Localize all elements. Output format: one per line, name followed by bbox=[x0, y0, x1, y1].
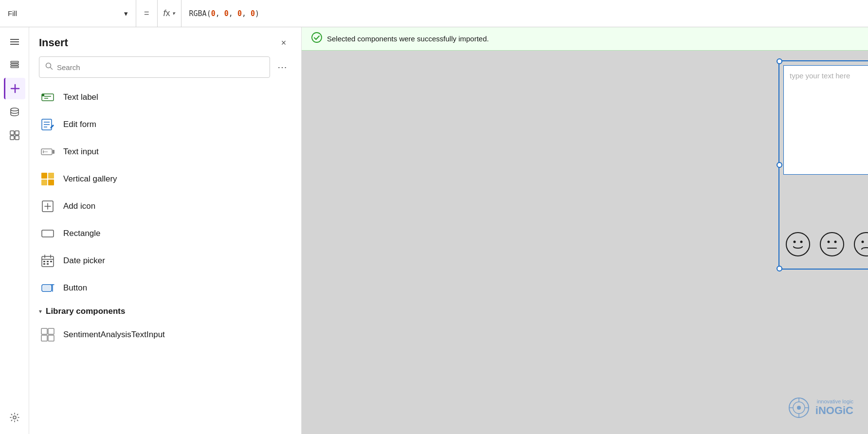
sentiment-label: SentimentAnalysisTextInput bbox=[63, 330, 165, 340]
svg-point-57 bbox=[820, 233, 844, 256]
svg-rect-51 bbox=[41, 335, 47, 341]
property-label: Fill bbox=[8, 9, 17, 18]
date-picker-label: Date picker bbox=[63, 256, 105, 266]
sidebar-item-add[interactable] bbox=[4, 78, 25, 99]
rectangle-label: Rectangle bbox=[63, 229, 101, 238]
search-more-button[interactable]: ⋯ bbox=[274, 58, 291, 76]
insert-item-rectangle[interactable]: Rectangle bbox=[33, 220, 297, 247]
canvas-content[interactable]: type your text here bbox=[302, 51, 868, 434]
emoji-neutral[interactable] bbox=[817, 230, 847, 259]
search-box[interactable] bbox=[39, 56, 270, 78]
text-label-icon bbox=[39, 89, 56, 106]
formula-val2: 0 bbox=[224, 9, 229, 18]
sidebar-item-screens[interactable] bbox=[4, 125, 25, 146]
sentiment-icon bbox=[39, 326, 56, 344]
sidebar-item-layers[interactable] bbox=[4, 54, 25, 76]
date-picker-icon bbox=[39, 252, 56, 270]
insert-item-text-input[interactable]: Text input bbox=[33, 138, 297, 165]
svg-rect-35 bbox=[42, 230, 54, 237]
fx-chevron: ▾ bbox=[172, 10, 175, 17]
formula-fx-button[interactable]: fx ▾ bbox=[158, 0, 181, 27]
search-icon bbox=[45, 62, 53, 72]
svg-point-8 bbox=[11, 108, 18, 111]
svg-rect-29 bbox=[48, 173, 54, 179]
insert-item-date-picker[interactable]: Date picker bbox=[33, 247, 297, 274]
search-input[interactable] bbox=[57, 63, 264, 72]
svg-point-62 bbox=[862, 241, 864, 243]
handle-middle-left[interactable] bbox=[777, 162, 782, 168]
insert-item-add-icon[interactable]: Add icon bbox=[33, 193, 297, 220]
text-input-label: Text input bbox=[63, 147, 99, 157]
insert-item-sentiment[interactable]: SentimentAnalysisTextInput bbox=[33, 321, 297, 348]
rectangle-icon bbox=[39, 225, 56, 242]
insert-item-vertical-gallery[interactable]: Vertical gallery bbox=[33, 165, 297, 193]
svg-rect-42 bbox=[50, 261, 52, 262]
insert-panel: Insert × ⋯ bbox=[29, 27, 302, 434]
fx-label: fx bbox=[163, 8, 170, 18]
svg-point-61 bbox=[854, 233, 868, 256]
watermark-brand: iNOGiC bbox=[815, 404, 853, 417]
svg-rect-31 bbox=[48, 180, 54, 185]
success-banner: Selected components were successfully im… bbox=[302, 27, 868, 51]
svg-point-53 bbox=[312, 33, 322, 42]
insert-close-button[interactable]: × bbox=[276, 35, 291, 51]
add-icon-label: Add icon bbox=[63, 201, 95, 211]
insert-item-edit-form[interactable]: Edit form bbox=[33, 111, 297, 138]
handle-top-left[interactable] bbox=[777, 58, 782, 64]
svg-rect-49 bbox=[41, 328, 47, 334]
watermark: innovative logic iNOGiC bbox=[787, 396, 853, 419]
formula-equals: = bbox=[136, 0, 158, 27]
svg-point-66 bbox=[797, 406, 801, 410]
button-icon bbox=[39, 279, 56, 297]
success-message: Selected components were successfully im… bbox=[327, 35, 489, 43]
svg-rect-10 bbox=[15, 131, 19, 135]
section-chevron-icon: ▾ bbox=[39, 308, 42, 315]
component-text-input[interactable]: type your text here bbox=[783, 65, 868, 175]
svg-rect-50 bbox=[48, 328, 54, 334]
vertical-gallery-label: Vertical gallery bbox=[63, 174, 117, 184]
selected-component[interactable]: type your text here bbox=[778, 60, 868, 270]
add-icon-item-icon bbox=[39, 198, 56, 215]
sidebar-item-menu[interactable] bbox=[4, 31, 25, 53]
text-placeholder: type your text here bbox=[790, 72, 850, 80]
svg-point-59 bbox=[834, 241, 837, 243]
svg-rect-28 bbox=[41, 173, 47, 179]
svg-rect-52 bbox=[48, 335, 54, 341]
svg-point-55 bbox=[794, 241, 796, 243]
formula-val3: 0 bbox=[237, 9, 242, 18]
formula-val4: 0 bbox=[251, 9, 255, 18]
emoji-happy[interactable] bbox=[783, 230, 813, 259]
svg-rect-43 bbox=[43, 263, 45, 265]
insert-item-button[interactable]: Button bbox=[33, 274, 297, 302]
svg-rect-1 bbox=[10, 41, 19, 42]
svg-rect-12 bbox=[15, 136, 19, 140]
svg-rect-2 bbox=[10, 44, 19, 45]
svg-rect-40 bbox=[43, 261, 45, 262]
insert-header: Insert × bbox=[29, 27, 301, 56]
icon-sidebar bbox=[0, 27, 29, 434]
sidebar-item-database[interactable] bbox=[4, 101, 25, 123]
edit-form-label: Edit form bbox=[63, 120, 96, 129]
svg-point-13 bbox=[13, 416, 16, 419]
insert-title: Insert bbox=[39, 36, 68, 49]
emoji-sad[interactable] bbox=[851, 230, 868, 259]
insert-list: Text label Edit form bbox=[29, 84, 301, 434]
property-dropdown[interactable]: Fill ▾ bbox=[0, 0, 136, 27]
component-emojis bbox=[783, 230, 868, 259]
handle-bottom-left[interactable] bbox=[777, 266, 782, 271]
text-input-icon bbox=[39, 143, 56, 161]
insert-item-text-label[interactable]: Text label bbox=[33, 84, 297, 111]
svg-rect-41 bbox=[47, 261, 49, 262]
svg-point-58 bbox=[828, 241, 830, 243]
vertical-gallery-icon bbox=[39, 170, 56, 188]
main-layout: Insert × ⋯ bbox=[0, 27, 868, 434]
svg-rect-9 bbox=[10, 131, 14, 135]
svg-rect-4 bbox=[11, 64, 18, 65]
formula-content: RGBA(0, 0, 0, 0) bbox=[181, 9, 868, 18]
sidebar-item-settings[interactable] bbox=[4, 407, 25, 428]
canvas-area: Selected components were successfully im… bbox=[302, 27, 868, 434]
svg-line-15 bbox=[51, 68, 53, 70]
library-components-section[interactable]: ▾ Library components bbox=[33, 302, 297, 321]
watermark-text: innovative logic iNOGiC bbox=[815, 398, 853, 417]
formula-val1: 0 bbox=[211, 9, 216, 18]
